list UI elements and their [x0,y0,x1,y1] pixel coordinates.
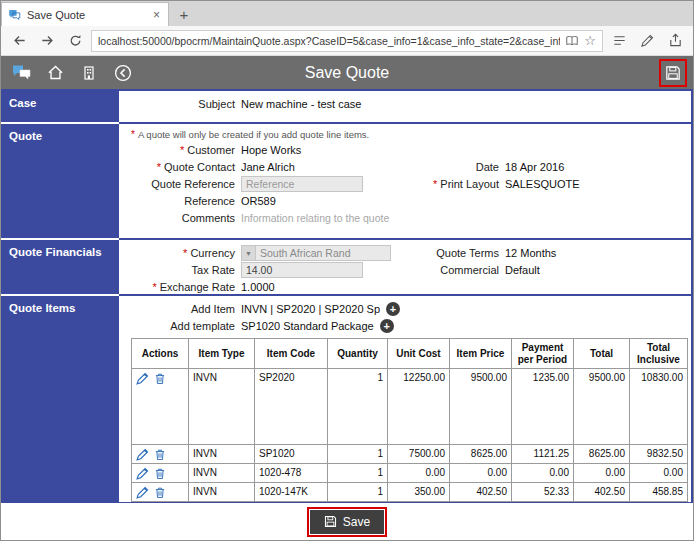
footer: Save [1,503,693,540]
table-row: INVN 1020-478 1 0.00 0.00 0.00 0.00 0.00 [132,464,688,483]
web-note-icon[interactable] [635,30,659,52]
save-floppy-icon [324,515,337,528]
delete-icon[interactable] [154,372,166,385]
header-payment-per-period: Payment per Period [512,339,574,369]
back-button[interactable] [113,63,133,83]
table-row: INVN SP2020 1 12250.00 9500.00 1235.00 9… [132,369,688,445]
cell-item-type: INVN [189,369,255,445]
quote-form: Case Subject New machine - test case Quo… [1,89,693,503]
cell-item-price: 402.50 [450,483,512,502]
delete-icon[interactable] [154,448,166,461]
back-nav-icon[interactable] [7,30,31,52]
quote-reference-label: Quote Reference [119,178,241,190]
home-button[interactable] [45,63,65,83]
tab-bar: Save Quote × + [1,1,693,26]
header-item-type: Item Type [189,339,255,369]
reading-view-icon[interactable] [565,34,579,48]
cell-total: 0.00 [574,464,630,483]
tab-title: Save Quote [27,9,145,21]
cell-unit-cost: 0.00 [388,464,450,483]
cell-item-code: 1020-147K [255,483,328,502]
tab-close-icon[interactable]: × [151,8,162,22]
company-button[interactable] [79,63,99,83]
section-quote: Quote *A quote will only be created if y… [1,124,691,240]
page-title: Save Quote [305,64,390,82]
currency-label: *Currency [119,247,241,259]
currency-select[interactable]: ▼ South African Rand [241,245,391,261]
tax-rate-input[interactable] [241,262,363,278]
header-total: Total [574,339,630,369]
cell-item-price: 8625.00 [450,445,512,464]
edit-icon[interactable] [136,486,149,499]
new-tab-button[interactable]: + [169,2,199,26]
delete-icon[interactable] [154,486,166,499]
chat-icon[interactable] [11,63,31,83]
toolbar-save-button[interactable] [663,63,683,83]
section-items-label: Quote Items [1,296,119,502]
edit-icon[interactable] [136,448,149,461]
favorite-star-icon[interactable]: ☆ [584,34,596,47]
customer-label: *Customer [119,144,241,156]
comments-label: Comments [119,212,241,224]
currency-dropdown-icon[interactable]: ▼ [242,246,256,260]
cell-payment: 1121.25 [512,445,574,464]
tab-favicon-icon [8,8,21,21]
header-actions: Actions [132,339,189,369]
address-bar: localhost:50000/bpocrm/MaintainQuote.asp… [1,26,693,56]
cell-item-code: 1020-478 [255,464,328,483]
section-quote-items: Quote Items Add Item INVN | SP2020 | SP2… [1,296,691,502]
quote-terms-value: 12 Months [505,247,691,259]
add-item-button[interactable]: + [386,302,400,316]
quote-terms-label: Quote Terms [411,247,505,259]
table-row: INVN 1020-147K 1 350.00 402.50 52.33 402… [132,483,688,502]
cell-item-code: SP2020 [255,369,328,445]
add-item-label: Add Item [119,303,241,315]
date-label: Date [411,161,505,173]
subject-value: New machine - test case [241,98,411,110]
add-template-value[interactable]: SP1020 Standard Package [241,320,374,332]
print-layout-value: SALESQUOTE [505,178,691,190]
save-button-label: Save [343,515,370,529]
share-icon[interactable] [663,30,687,52]
quote-contact-value: Jane Alrich [241,161,411,173]
header-total-inclusive: Total Inclusive [630,339,688,369]
cell-quantity: 1 [328,445,388,464]
header-quantity: Quantity [328,339,388,369]
delete-icon[interactable] [154,467,166,480]
section-financials-label: Quote Financials [1,240,119,296]
cell-item-type: INVN [189,464,255,483]
cell-unit-cost: 7500.00 [388,445,450,464]
section-quote-label: Quote [1,124,119,240]
forward-nav-icon[interactable] [35,30,59,52]
cell-item-price: 0.00 [450,464,512,483]
hub-icon[interactable] [607,30,631,52]
cell-item-type: INVN [189,445,255,464]
edit-icon[interactable] [136,467,149,480]
header-unit-cost: Unit Cost [388,339,450,369]
cell-total: 8625.00 [574,445,630,464]
section-case: Case Subject New machine - test case [1,91,691,124]
commercial-value: Default [505,264,691,276]
section-case-label: Case [1,91,119,124]
cell-item-price: 9500.00 [450,369,512,445]
url-text[interactable]: localhost:50000/bpocrm/MaintainQuote.asp… [98,35,560,47]
cell-item-code: SP1020 [255,445,328,464]
add-template-label: Add template [119,320,241,332]
save-button[interactable]: Save [310,510,384,534]
add-item-value[interactable]: INVN | SP2020 | SP2020 Sp [241,303,380,315]
table-row: INVN SP1020 1 7500.00 8625.00 1121.25 86… [132,445,688,464]
add-template-button[interactable]: + [380,319,394,333]
cell-unit-cost: 12250.00 [388,369,450,445]
browser-tab[interactable]: Save Quote × [1,2,169,26]
browser-window: Save Quote × + localhost:50000/bpocrm/Ma… [0,0,694,541]
refresh-icon[interactable] [63,30,87,52]
edit-icon[interactable] [136,372,149,385]
comments-input[interactable] [241,210,461,226]
cell-item-type: INVN [189,483,255,502]
url-box[interactable]: localhost:50000/bpocrm/MaintainQuote.asp… [91,30,603,52]
cell-total-inclusive: 458.85 [630,483,688,502]
header-item-code: Item Code [255,339,328,369]
app-toolbar: Save Quote [1,56,693,89]
quote-reference-input[interactable] [241,176,363,192]
table-header-row: Actions Item Type Item Code Quantity Uni… [132,339,688,369]
